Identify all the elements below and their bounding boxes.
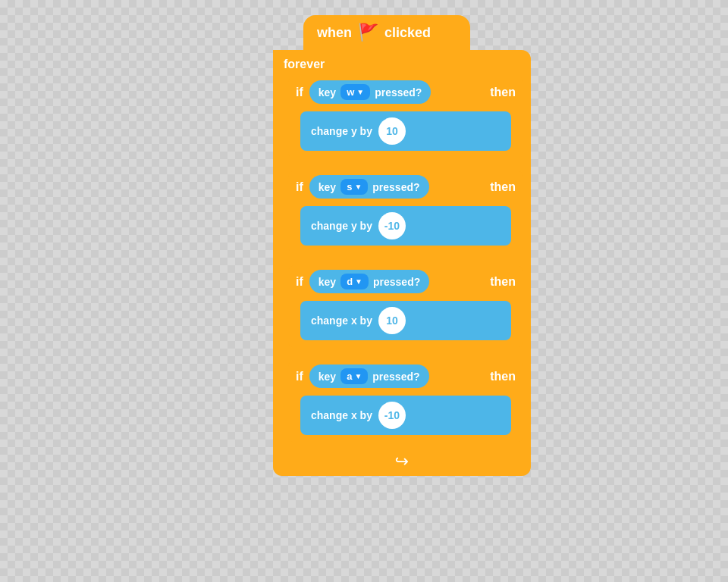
- pressed-text-s: pressed?: [372, 181, 419, 193]
- key-badge-d[interactable]: d ▼: [340, 274, 369, 289]
- if-block-d: if key d ▼ pressed? then change x by: [288, 265, 523, 348]
- forever-inner: if key w ▼ pressed? then change y by: [288, 76, 523, 447]
- clicked-label: clicked: [384, 25, 431, 41]
- key-value-w: w: [347, 86, 354, 98]
- change-y-neg10-block[interactable]: change y by -10: [294, 206, 517, 246]
- if-label-a: if: [296, 370, 303, 383]
- gap-2: [288, 258, 523, 261]
- forever-block: forever if key w ▼ pressed? then: [273, 50, 531, 476]
- key-text-d: key: [318, 276, 336, 288]
- if-block-s: if key s ▼ pressed? then change y by: [288, 171, 523, 253]
- green-flag-icon[interactable]: 🚩: [358, 23, 378, 42]
- dropdown-arrow-w[interactable]: ▼: [356, 88, 364, 96]
- key-pressed-d[interactable]: key d ▼ pressed?: [309, 270, 429, 293]
- key-text-w: key: [318, 86, 336, 99]
- pressed-text-w: pressed?: [375, 86, 422, 99]
- then-label-d: then: [490, 275, 516, 289]
- dropdown-arrow-d[interactable]: ▼: [355, 277, 362, 286]
- value-oval-a: -10: [378, 402, 406, 429]
- key-pressed-w[interactable]: key w ▼ pressed?: [309, 80, 431, 104]
- when-flag-block[interactable]: when 🚩 clicked: [303, 15, 470, 50]
- change-x-label-a: change x by: [311, 409, 372, 421]
- loop-arrow-icon: ↩: [395, 452, 409, 471]
- forever-label: forever: [273, 53, 531, 76]
- value-oval-s: -10: [378, 212, 406, 239]
- if-block-w: if key w ▼ pressed? then change y by: [288, 76, 523, 158]
- if-label-d: if: [296, 275, 303, 289]
- if-header-w: if key w ▼ pressed? then: [288, 76, 523, 108]
- change-x-neg10-block[interactable]: change x by -10: [294, 396, 517, 435]
- change-y-10-block[interactable]: change y by 10: [294, 111, 517, 151]
- scratch-script: when 🚩 clicked forever if key w ▼ presse…: [273, 15, 531, 476]
- key-value-s: s: [347, 181, 352, 192]
- key-value-d: d: [347, 276, 353, 287]
- dropdown-arrow-a[interactable]: ▼: [354, 372, 362, 380]
- pressed-text-d: pressed?: [373, 276, 420, 288]
- if-label-s: if: [296, 180, 303, 194]
- gap-3: [288, 352, 523, 355]
- key-value-a: a: [347, 371, 352, 382]
- key-pressed-s[interactable]: key s ▼ pressed?: [309, 175, 429, 199]
- if-header-d: if key d ▼ pressed? then: [288, 265, 523, 298]
- key-text-a: key: [318, 371, 336, 383]
- key-badge-s[interactable]: s ▼: [340, 179, 368, 195]
- if-block-a: if key a ▼ pressed? then change x by: [288, 360, 523, 443]
- key-text-s: key: [318, 181, 336, 193]
- key-badge-w[interactable]: w ▼: [340, 84, 370, 100]
- value-oval-w: 10: [378, 117, 406, 145]
- loop-bottom: ↩: [273, 447, 531, 476]
- then-label-s: then: [490, 180, 516, 194]
- change-y-label-s: change y by: [311, 220, 372, 232]
- key-pressed-a[interactable]: key a ▼ pressed?: [309, 365, 429, 388]
- change-y-label-w: change y by: [311, 125, 372, 137]
- change-x-10-block[interactable]: change x by 10: [294, 301, 517, 340]
- when-label: when: [317, 25, 352, 41]
- if-header-s: if key s ▼ pressed? then: [288, 171, 523, 203]
- then-label-a: then: [490, 370, 516, 383]
- if-label-w: if: [296, 86, 303, 99]
- value-oval-d: 10: [378, 307, 406, 334]
- pressed-text-a: pressed?: [372, 371, 419, 383]
- if-header-a: if key a ▼ pressed? then: [288, 360, 523, 393]
- dropdown-arrow-s[interactable]: ▼: [354, 183, 362, 191]
- key-badge-a[interactable]: a ▼: [340, 368, 368, 384]
- change-x-label-d: change x by: [311, 314, 372, 327]
- then-label-w: then: [490, 86, 516, 99]
- gap-1: [288, 163, 523, 166]
